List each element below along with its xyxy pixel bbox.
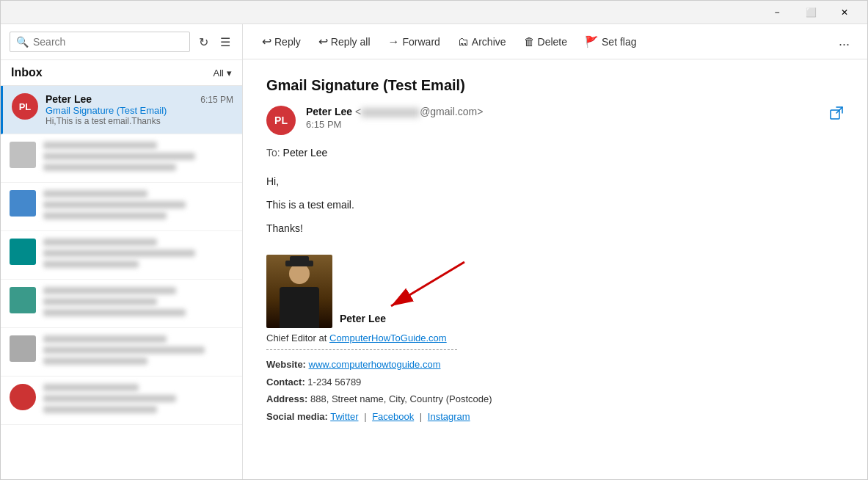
email-content: Gmail Signature (Test Email) PL Peter Le… <box>243 59 867 479</box>
sig-social: Social media: Twitter | Facebook | Insta… <box>266 408 844 425</box>
sig-instagram-link[interactable]: Instagram <box>428 411 470 422</box>
list-item[interactable] <box>1 377 242 425</box>
delete-icon: 🗑 <box>524 35 535 48</box>
set-flag-button[interactable]: 🚩 Set flag <box>577 31 643 53</box>
avatar <box>10 190 36 217</box>
email-info <box>43 287 233 320</box>
avatar <box>10 239 36 265</box>
email-meta: PL Peter Lee <@gmail.com> 6:15 PM <box>266 106 844 135</box>
sig-website-link[interactable]: www.computerhowtoguide.com <box>309 359 441 370</box>
email-info <box>43 384 233 417</box>
email-top-row: Peter Lee 6:15 PM <box>45 93 233 105</box>
sig-photo-body <box>280 287 319 328</box>
sender-name: Peter Lee <box>45 93 92 105</box>
sig-title: Chief Editor at ComputerHowToGuide.com <box>266 332 844 343</box>
sig-details: Website: www.computerhowtoguide.com Cont… <box>266 356 844 425</box>
external-link-icon <box>829 106 844 120</box>
sig-photo-head <box>289 263 310 284</box>
open-external-button[interactable] <box>829 106 844 124</box>
forward-button[interactable]: → Forward <box>381 31 448 53</box>
sig-facebook-link[interactable]: Facebook <box>372 411 414 422</box>
signature-block: Peter Lee Chief Editor at ComputerHowToG… <box>266 255 844 425</box>
avatar <box>10 335 36 362</box>
sig-divider <box>266 349 457 350</box>
sent-time: 6:15 PM <box>306 119 819 130</box>
email-body: Hi, This is a test email. Thanks! <box>266 173 844 237</box>
avatar <box>10 384 36 410</box>
restore-button[interactable]: ⬜ <box>794 1 828 24</box>
email-info <box>43 239 233 272</box>
svg-line-3 <box>391 262 464 306</box>
refresh-button[interactable]: ↻ <box>196 32 211 52</box>
to-line: To: Peter Lee <box>266 147 844 159</box>
sender-email-blurred <box>361 108 420 117</box>
reply-all-button[interactable]: ↩ Reply all <box>311 30 378 53</box>
red-arrow <box>354 255 501 321</box>
left-panel: 🔍 ↻ ☰ Inbox All ▾ PL <box>1 24 243 479</box>
archive-button[interactable]: 🗂 Archive <box>451 31 514 52</box>
sig-photo-hat-top <box>290 256 309 266</box>
search-input-wrapper[interactable]: 🔍 <box>10 32 190 52</box>
list-item[interactable] <box>1 328 242 377</box>
forward-icon: → <box>388 35 400 48</box>
inbox-header: Inbox All ▾ <box>1 60 242 86</box>
filter-button[interactable]: ☰ <box>217 32 233 52</box>
avatar <box>10 287 36 313</box>
titlebar: − ⬜ ✕ <box>1 1 867 24</box>
right-panel: ↩ Reply ↩ Reply all → Forward 🗂 Archive … <box>243 24 867 479</box>
flag-icon: 🚩 <box>585 35 599 48</box>
email-preview: Hi,This is a test email.Thanks <box>45 116 233 126</box>
list-item[interactable] <box>1 183 242 231</box>
email-subject-heading: Gmail Signature (Test Email) <box>266 77 844 94</box>
list-item[interactable] <box>1 231 242 280</box>
inbox-title: Inbox <box>11 66 43 79</box>
reply-button[interactable]: ↩ Reply <box>255 30 308 53</box>
search-input[interactable] <box>33 36 183 48</box>
email-subject: Gmail Signature (Test Email) <box>45 105 233 116</box>
sender-details: Peter Lee <@gmail.com> 6:15 PM <box>306 106 819 130</box>
email-info: Peter Lee 6:15 PM Gmail Signature (Test … <box>45 93 233 126</box>
sig-title-link[interactable]: ComputerHowToGuide.com <box>329 332 447 343</box>
reply-all-icon: ↩ <box>318 34 328 48</box>
email-info <box>43 190 233 223</box>
search-icon: 🔍 <box>16 36 29 48</box>
email-info <box>43 335 233 368</box>
email-item-active[interactable]: PL Peter Lee 6:15 PM Gmail Signature (Te… <box>1 86 242 134</box>
avatar: PL <box>12 93 38 120</box>
sig-photo <box>266 255 332 328</box>
sender-name-heading: Peter Lee <@gmail.com> <box>306 106 819 117</box>
email-toolbar: ↩ Reply ↩ Reply all → Forward 🗂 Archive … <box>243 24 867 59</box>
sig-website: Website: www.computerhowtoguide.com <box>266 356 844 373</box>
inbox-filter[interactable]: All ▾ <box>214 68 232 79</box>
close-button[interactable]: ✕ <box>828 1 861 24</box>
sig-twitter-link[interactable]: Twitter <box>330 411 358 422</box>
avatar <box>10 142 36 168</box>
minimize-button[interactable]: − <box>760 1 794 24</box>
delete-button[interactable]: 🗑 Delete <box>517 31 575 52</box>
sig-photo-row: Peter Lee <box>266 255 844 328</box>
list-item[interactable] <box>1 280 242 328</box>
email-list: PL Peter Lee 6:15 PM Gmail Signature (Te… <box>1 86 242 479</box>
email-time: 6:15 PM <box>200 95 233 105</box>
sig-address: Address: 888, Street name, City, Country… <box>266 390 844 407</box>
reply-icon: ↩ <box>262 34 271 48</box>
archive-icon: 🗂 <box>458 35 469 48</box>
sender-avatar: PL <box>266 106 296 135</box>
list-item[interactable] <box>1 134 242 183</box>
email-info <box>43 142 233 175</box>
search-bar: 🔍 ↻ ☰ <box>1 24 242 60</box>
more-button[interactable]: ... <box>833 31 856 52</box>
sig-contact: Contact: 1-234 56789 <box>266 374 844 390</box>
